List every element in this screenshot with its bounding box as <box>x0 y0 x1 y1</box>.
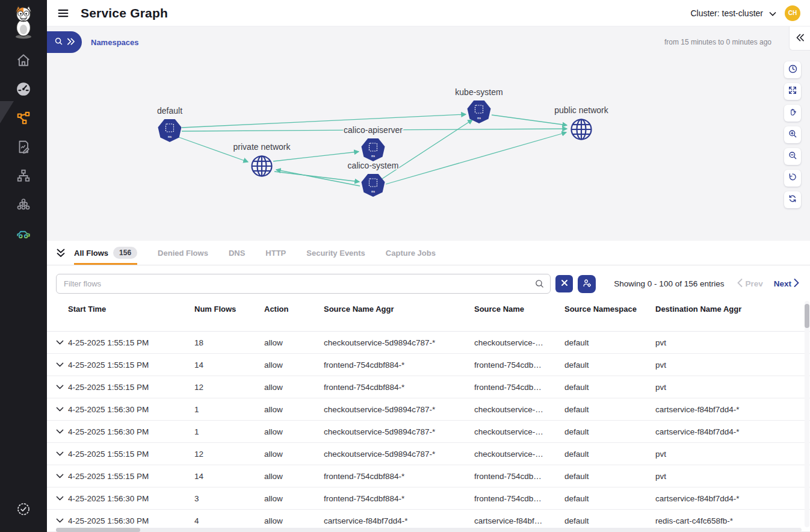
column-header[interactable]: Source Name <box>474 305 564 331</box>
tab-all-flows[interactable]: All Flows156 <box>74 241 137 265</box>
cluster-selector[interactable]: Cluster: test-cluster <box>690 8 776 18</box>
tab-capture-jobs[interactable]: Capture Jobs <box>386 241 436 265</box>
collapse-panel-button[interactable] <box>789 26 810 51</box>
row-expand-chevron-icon[interactable] <box>56 407 68 412</box>
cell-start-time: 4-25-2025 1:55:15 PM <box>68 338 194 347</box>
tab-security-events[interactable]: Security Events <box>306 241 365 265</box>
graph-node-calico-system[interactable]: nscalico-system <box>348 161 399 197</box>
graph-edge-calico-system-to-private-network[interactable] <box>276 170 360 186</box>
cell-dest-name-aggr: pvt <box>655 338 802 347</box>
table-row[interactable]: 4-25-2025 1:56:30 PM3allowfrontend-754cd… <box>47 487 810 510</box>
row-expand-chevron-icon[interactable] <box>56 385 68 390</box>
graph-edge-private-network-to-calico-system[interactable] <box>274 172 359 182</box>
graph-node-default[interactable]: nsdefault <box>157 106 182 142</box>
row-expand-chevron-icon[interactable] <box>56 496 68 501</box>
column-header[interactable]: Destination Name Aggr <box>655 305 802 331</box>
service-graph-canvas[interactable]: nsdefaultprivate networknscalico-apiserv… <box>47 26 810 241</box>
column-header[interactable]: Source Namespace <box>564 305 655 331</box>
cell-source-name: checkoutservice-… <box>474 450 564 459</box>
sidebar-item-policies[interactable] <box>10 140 37 156</box>
row-expand-chevron-icon[interactable] <box>56 518 68 524</box>
table-row[interactable]: 4-25-2025 1:55:15 PM12allowfrontend-754c… <box>47 376 810 398</box>
sidebar-item-network-sets[interactable] <box>10 169 37 185</box>
zoom-out-button[interactable] <box>784 148 801 165</box>
fit-screen-button[interactable] <box>784 83 801 100</box>
service-graph-svg[interactable]: nsdefaultprivate networknscalico-apiserv… <box>47 26 810 241</box>
time-range-label: from 15 minutes to 0 minutes ago <box>664 38 771 46</box>
cell-source-name-aggr: frontend-754cdbf884-* <box>324 383 474 392</box>
tab-http[interactable]: HTTP <box>265 241 286 265</box>
tab-dns[interactable]: DNS <box>229 241 245 265</box>
sidebar-item-home[interactable] <box>10 53 37 70</box>
sitemap-icon <box>16 168 31 186</box>
cell-num-flows: 12 <box>194 383 264 392</box>
sidebar-item-service-graph[interactable] <box>10 111 37 128</box>
collapse-flows-icon[interactable] <box>56 248 66 258</box>
cell-source-name-aggr: frontend-754cdbf884-* <box>324 494 474 503</box>
reset-layout-button[interactable] <box>784 170 801 187</box>
cell-source-name: frontend-754cdb… <box>474 383 564 392</box>
sidebar-item-dashboard[interactable] <box>10 82 37 99</box>
graph-edge-private-network-to-calico-apiserver[interactable] <box>273 152 359 161</box>
graph-node-calico-apiserver[interactable]: nscalico-apiserver <box>344 125 403 161</box>
double-chevron-left-icon <box>796 33 805 44</box>
graph-breadcrumb-row: Namespaces from 15 minutes to 0 minutes … <box>47 30 810 54</box>
cell-source-name: frontend-754cdb… <box>474 360 564 370</box>
refresh-button[interactable] <box>784 191 801 208</box>
clear-filter-button[interactable] <box>555 275 573 292</box>
row-expand-chevron-icon[interactable] <box>56 340 68 345</box>
cell-start-time: 4-25-2025 1:56:30 PM <box>68 405 194 414</box>
cell-source-namespace: default <box>564 472 655 481</box>
table-row[interactable]: 4-25-2025 1:55:15 PM18allowcheckoutservi… <box>47 332 810 354</box>
table-row[interactable]: 4-25-2025 1:56:30 PM1allowcheckoutservic… <box>47 421 810 443</box>
table-row[interactable]: 4-25-2025 1:55:15 PM14allowfrontend-754c… <box>47 465 810 487</box>
graph-node-label: public network <box>554 105 608 115</box>
graph-search-pill[interactable] <box>47 31 82 53</box>
table-row[interactable]: 4-25-2025 1:56:30 PM1allowcheckoutservic… <box>47 398 810 421</box>
hamburger-menu-icon[interactable] <box>57 7 70 20</box>
row-expand-chevron-icon[interactable] <box>56 429 68 435</box>
row-expand-chevron-icon[interactable] <box>56 451 68 457</box>
cell-start-time: 4-25-2025 1:56:30 PM <box>68 516 194 525</box>
avatar[interactable]: CH <box>785 5 800 21</box>
prev-page-button[interactable]: Prev <box>737 279 762 289</box>
row-expand-chevron-icon[interactable] <box>56 474 68 479</box>
graph-edge-default-to-kube-system[interactable] <box>182 114 466 128</box>
filter-flows-input[interactable] <box>56 274 551 294</box>
table-row[interactable]: 4-25-2025 1:55:15 PM12allowcheckoutservi… <box>47 443 810 465</box>
graph-node-public-network[interactable]: public network <box>554 105 608 140</box>
cell-action: allow <box>264 338 324 347</box>
breadcrumb[interactable]: Namespaces <box>91 38 139 47</box>
service-graph-icon <box>16 110 31 128</box>
vertical-scrollbar[interactable] <box>805 301 809 527</box>
flows-filter-row: Showing 0 - 100 of 156 entries Prev Next <box>47 265 810 294</box>
graph-node-kube-system[interactable]: nskube-system <box>455 87 502 123</box>
sidebar-item-components[interactable] <box>10 197 37 214</box>
vertical-scrollbar-thumb[interactable] <box>805 304 809 328</box>
cell-num-flows: 3 <box>194 494 264 503</box>
sidebar-item-compliance[interactable] <box>10 502 37 519</box>
horizontal-scrollbar[interactable] <box>56 528 802 532</box>
cell-num-flows: 14 <box>194 360 264 370</box>
graph-toolbar <box>784 61 801 208</box>
next-page-button[interactable]: Next <box>774 279 799 289</box>
graph-edge-kube-system-to-public-network[interactable] <box>492 115 567 125</box>
column-header[interactable]: Start Time <box>68 305 194 331</box>
zoom-in-button[interactable] <box>784 126 801 143</box>
pan-button[interactable] <box>784 105 801 122</box>
flows-table-body: 4-25-2025 1:55:15 PM18allowcheckoutservi… <box>47 332 810 532</box>
cell-action: allow <box>264 405 324 414</box>
row-expand-chevron-icon[interactable] <box>56 362 68 368</box>
time-machine-button[interactable] <box>784 61 801 78</box>
column-header[interactable]: Num Flows <box>194 305 264 331</box>
sidebar-item-vehicle[interactable] <box>10 226 37 243</box>
cell-num-flows: 1 <box>194 427 264 436</box>
customize-columns-button[interactable] <box>578 275 596 293</box>
column-header[interactable]: Action <box>264 305 324 331</box>
hand-icon <box>788 108 797 119</box>
table-row[interactable]: 4-25-2025 1:55:15 PM14allowfrontend-754c… <box>47 354 810 376</box>
tab-denied-flows[interactable]: Denied Flows <box>158 241 208 265</box>
column-header[interactable]: Source Name Aggr <box>324 305 474 331</box>
horizontal-scrollbar-thumb[interactable] <box>56 528 140 532</box>
cat-logo[interactable] <box>11 5 36 42</box>
